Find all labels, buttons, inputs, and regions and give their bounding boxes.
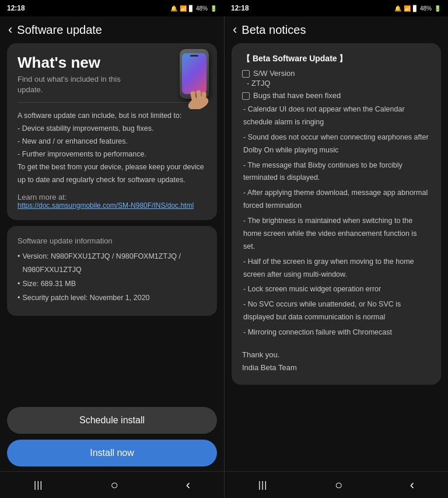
bugs-checkbox: [242, 92, 250, 100]
bug-item-8: - Mirroring connection failure with Chro…: [243, 326, 430, 339]
info-item-version: •Version: N980FXXU1ZTJQ / N980FOXM1ZTJQ …: [18, 250, 206, 278]
signal-icon: ▊: [189, 5, 194, 12]
right-status-icons: 🔔 📶 ▊ 48% 🔋: [394, 5, 441, 12]
bug-item-1: - Sound does not occur when connecting e…: [243, 131, 430, 157]
right-back-button[interactable]: ‹: [233, 22, 237, 37]
buttons-area: Schedule install Install now: [0, 403, 224, 471]
whats-new-card: What's new Find out what's included in t…: [7, 43, 217, 220]
info-list: •Version: N980FXXU1ZTJQ / N980FOXM1ZTJQ …: [18, 250, 206, 305]
left-page-title: Software update: [17, 23, 102, 37]
learn-more-link[interactable]: https://doc.samsungmobile.com/SM-N980F/I…: [18, 201, 206, 210]
beta-card: 【 Beta Software Update 】 S/W Version - Z…: [232, 43, 441, 385]
left-status-time: 12:18: [7, 4, 25, 12]
left-main-content: What's new Find out what's included in t…: [0, 43, 224, 403]
info-item-patch: •Security patch level: November 1, 2020: [18, 291, 206, 305]
left-panel: ‹ Software update What's new Find out wh…: [0, 0, 224, 498]
left-battery-pct: 48%: [196, 5, 208, 12]
left-nav-menu-icon[interactable]: |||: [34, 480, 43, 490]
bug-item-6: - Lock screen music widget operation err…: [243, 283, 430, 296]
right-nav-home-icon[interactable]: ○: [335, 478, 342, 493]
bugs-label: Bugs that have been fixed: [253, 91, 341, 100]
right-nav-back-icon[interactable]: ‹: [410, 478, 414, 493]
thank-you-text: Thank you. India Beta Team: [242, 349, 430, 374]
left-status-icons: 🔔 📶 ▊ 48% 🔋: [170, 5, 217, 12]
right-nav-menu-icon[interactable]: |||: [258, 480, 267, 490]
learn-more-label: Learn more at:: [18, 193, 206, 201]
right-panel: ‹ Beta notices 【 Beta Software Update 】 …: [224, 0, 448, 498]
bug-item-2: - The message that Bixby continues to be…: [243, 159, 430, 185]
right-battery-icon: 🔋: [434, 5, 441, 12]
wifi-icon: 📶: [180, 5, 187, 12]
sw-version-row: S/W Version: [242, 69, 430, 78]
right-alarm-icon: 🔔: [394, 5, 401, 12]
svg-rect-1: [190, 91, 197, 102]
left-back-button[interactable]: ‹: [8, 22, 12, 37]
left-nav-bar: ‹ Software update: [0, 16, 224, 43]
info-card-title: Software update information: [18, 236, 206, 245]
right-wifi-icon: 📶: [404, 5, 411, 12]
beta-header: 【 Beta Software Update 】: [242, 54, 430, 64]
battery-icon: 🔋: [210, 5, 217, 12]
info-item-size: •Size: 689.31 MB: [18, 277, 206, 291]
bug-item-3: - After applying theme download, message…: [243, 187, 430, 213]
phone-illustration: [168, 49, 209, 105]
left-bottom-nav: ||| ○ ‹: [0, 471, 224, 498]
bug-item-4: - The brightness is maintained when swit…: [243, 215, 430, 253]
bug-item-0: - Calendar UI does not appear when the C…: [243, 103, 430, 129]
schedule-install-button[interactable]: Schedule install: [7, 407, 217, 434]
right-page-title: Beta notices: [242, 23, 306, 37]
right-main-content: 【 Beta Software Update 】 S/W Version - Z…: [225, 43, 448, 471]
right-status-time: 12:18: [231, 4, 249, 12]
right-nav-bar: ‹ Beta notices: [225, 16, 448, 43]
alarm-icon: 🔔: [170, 5, 177, 12]
whats-new-subheading: Find out what's included in this update.: [18, 74, 127, 95]
sw-version-label: S/W Version: [253, 69, 295, 78]
bugs-row: Bugs that have been fixed: [242, 91, 430, 100]
right-signal-icon: ▊: [413, 5, 418, 12]
sw-version-checkbox: [242, 70, 250, 78]
update-body-text: A software update can include, but is no…: [18, 110, 206, 186]
sw-version-value: - ZTJQ: [242, 79, 430, 88]
bug-item-7: - No SVC occurs while unattended, or No …: [243, 298, 430, 324]
bug-items-list: - Calendar UI does not appear when the C…: [242, 103, 430, 339]
install-now-button[interactable]: Install now: [7, 440, 217, 466]
right-bottom-nav: ||| ○ ‹: [225, 471, 448, 498]
info-card: Software update information •Version: N9…: [7, 226, 217, 316]
bug-item-5: - Half of the screen is gray when moving…: [243, 256, 430, 281]
left-nav-home-icon[interactable]: ○: [110, 478, 118, 493]
right-battery-pct: 48%: [420, 5, 432, 12]
left-nav-back-icon[interactable]: ‹: [186, 478, 190, 493]
